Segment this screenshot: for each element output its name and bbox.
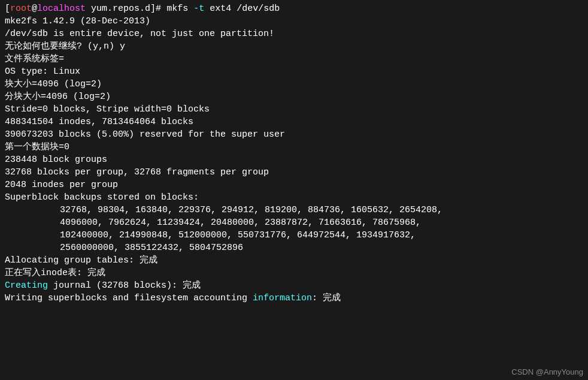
output-line: 238448 block groups: [5, 153, 583, 166]
output-line: 390673203 blocks (5.00%) reserved for th…: [5, 128, 583, 141]
at-sign: @: [32, 4, 37, 14]
bracket-close: ]#: [150, 4, 166, 14]
output-line: Allocating group tables: 完成: [5, 254, 583, 267]
writing-text: Writing superblocks and filesystem accou…: [5, 293, 253, 303]
output-line: Stride=0 blocks, Stripe width=0 blocks: [5, 103, 583, 116]
watermark: CSDN @AnnyYoung: [511, 367, 583, 378]
output-line: 文件系统标签=: [5, 53, 583, 65]
user: root: [10, 4, 32, 14]
output-line: 32768 blocks per group, 32768 fragments …: [5, 166, 583, 179]
creating-text: Creating: [5, 281, 48, 291]
prompt-line[interactable]: [root@localhost yum.repos.d]# mkfs -t ex…: [5, 2, 583, 15]
done-text: : 完成: [312, 293, 341, 303]
directory: yum.repos.d: [91, 4, 150, 14]
cmd-mkfs: mkfs: [166, 4, 193, 14]
hostname: localhost: [37, 4, 86, 14]
superblock-line: 32768, 98304, 163840, 229376, 294912, 81…: [5, 204, 583, 216]
cmd-option: -t: [193, 4, 204, 14]
output-line: Creating journal (32768 blocks): 完成: [5, 279, 583, 292]
output-line: 2048 inodes per group: [5, 179, 583, 191]
output-line: 分块大小=4096 (log=2): [5, 91, 583, 103]
superblock-line: 4096000, 7962624, 11239424, 20480000, 23…: [5, 216, 583, 229]
output-line: /dev/sdb is entire device, not just one …: [5, 28, 583, 40]
cmd-args: ext4 /dev/sdb: [204, 4, 280, 14]
output-line: 正在写入inode表: 完成: [5, 267, 583, 279]
space: [86, 4, 91, 14]
output-line: OS type: Linux: [5, 65, 583, 78]
output-line: 488341504 inodes, 7813464064 blocks: [5, 116, 583, 128]
output-line: 无论如何也要继续? (y,n) y: [5, 40, 583, 53]
output-line: mke2fs 1.42.9 (28-Dec-2013): [5, 15, 583, 28]
information-text: information: [253, 293, 312, 303]
output-line: Writing superblocks and filesystem accou…: [5, 292, 583, 304]
superblock-line: 102400000, 214990848, 512000000, 5507317…: [5, 229, 583, 242]
output-line: Superblock backups stored on blocks:: [5, 191, 583, 204]
bracket-open: [: [5, 4, 10, 14]
output-line: 块大小=4096 (log=2): [5, 78, 583, 91]
journal-text: journal (32768 blocks): 完成: [48, 281, 201, 291]
output-line: 第一个数据块=0: [5, 141, 583, 153]
superblock-line: 2560000000, 3855122432, 5804752896: [5, 242, 583, 254]
